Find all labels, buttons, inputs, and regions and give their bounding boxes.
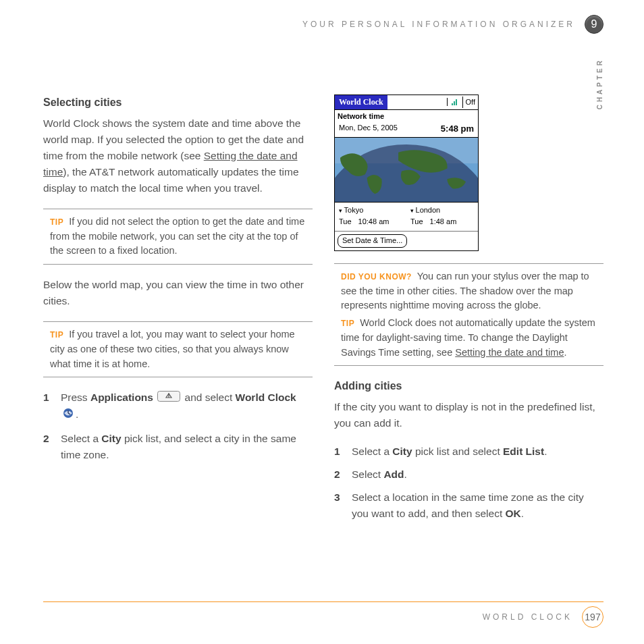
content-columns: Selecting cities World Clock shows the s… bbox=[43, 16, 603, 529]
world-clock-icon bbox=[62, 407, 74, 424]
set-date-time-button: Set Date & Time... bbox=[338, 234, 407, 248]
world-map bbox=[335, 138, 478, 203]
page-header: YOUR PERSONAL INFORMATION ORGANIZER 9 bbox=[302, 15, 603, 34]
tip-label: TIP bbox=[341, 319, 354, 328]
tip-callout: TIP World Clock does not automatically u… bbox=[334, 315, 603, 366]
step-item: Select a City pick list and select Edit … bbox=[334, 444, 603, 460]
wc-date-row: Mon, Dec 5, 2005 5:48 pm bbox=[335, 122, 478, 138]
tip-label: TIP bbox=[50, 217, 63, 227]
steps-list: Select a City pick list and select Edit … bbox=[334, 444, 603, 522]
wc-city-2: London Tue1:48 am bbox=[406, 203, 478, 231]
steps-list: Press Applications and select World Cloc… bbox=[43, 390, 313, 462]
tip-callout: TIP If you did not select the option to … bbox=[43, 209, 313, 265]
link-setting-date-time[interactable]: Setting the date and time bbox=[455, 347, 564, 358]
svg-rect-3 bbox=[454, 101, 455, 105]
right-column: World Clock Off Network time Mon, Dec 5,… bbox=[334, 95, 603, 529]
signal-icon bbox=[447, 98, 462, 106]
wc-city-1: Tokyo Tue10:48 am bbox=[335, 203, 406, 231]
tip-callout: TIP If you travel a lot, you may want to… bbox=[43, 321, 313, 377]
applications-key-icon bbox=[157, 390, 180, 406]
did-you-know-callout: DID YOU KNOW? You can run your stylus ov… bbox=[334, 263, 603, 315]
section-title: YOUR PERSONAL INFORMATION ORGANIZER bbox=[302, 20, 575, 29]
manual-page: YOUR PERSONAL INFORMATION ORGANIZER 9 CH… bbox=[0, 0, 644, 644]
heading-adding-cities: Adding cities bbox=[334, 378, 603, 395]
wc-subhead: Network time bbox=[335, 110, 478, 122]
world-clock-screenshot: World Clock Off Network time Mon, Dec 5,… bbox=[334, 95, 479, 251]
chapter-number-badge: 9 bbox=[585, 15, 603, 34]
off-toggle: Off bbox=[462, 97, 478, 108]
svg-rect-4 bbox=[456, 99, 457, 105]
step-item: Select Add. bbox=[334, 466, 603, 483]
step-item: Select a City pick list, and select a ci… bbox=[43, 431, 313, 463]
page-footer: WORLD CLOCK 197 bbox=[43, 601, 603, 628]
svg-rect-2 bbox=[452, 103, 453, 105]
dyk-label: DID YOU KNOW? bbox=[341, 272, 412, 281]
paragraph: Below the world map, you can view the ti… bbox=[43, 277, 313, 309]
footer-section: WORLD CLOCK bbox=[483, 612, 572, 622]
wc-date: Mon, Dec 5, 2005 bbox=[339, 122, 398, 136]
chapter-label: CHAPTER bbox=[596, 58, 603, 109]
heading-selecting-cities: Selecting cities bbox=[43, 95, 313, 111]
step-item: Press Applications and select World Cloc… bbox=[43, 390, 313, 423]
step-item: Select a location in the same time zone … bbox=[334, 489, 603, 522]
wc-time: 5:48 pm bbox=[441, 122, 474, 136]
wc-city-row: Tokyo Tue10:48 am London Tue1:48 am bbox=[335, 203, 478, 232]
wc-app-title: World Clock bbox=[335, 95, 387, 109]
paragraph: World Clock shows the system date and ti… bbox=[43, 115, 313, 196]
page-number: 197 bbox=[582, 606, 603, 628]
paragraph: If the city you want to display is not i… bbox=[334, 399, 603, 431]
left-column: Selecting cities World Clock shows the s… bbox=[43, 95, 313, 529]
tip-label: TIP bbox=[50, 330, 63, 340]
wc-titlebar: World Clock Off bbox=[335, 95, 478, 110]
